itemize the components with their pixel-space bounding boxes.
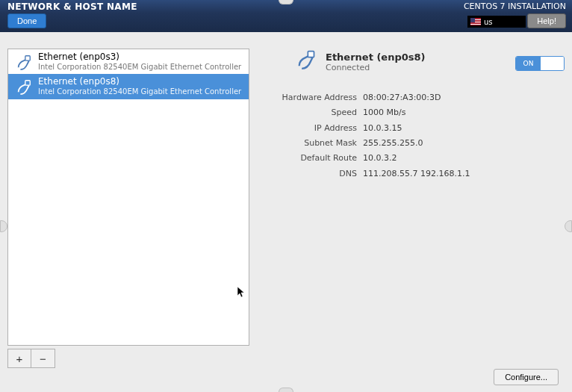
toggle-off-side <box>541 57 564 70</box>
keyboard-layout-label: us <box>484 18 493 26</box>
flag-icon <box>470 18 481 25</box>
interface-text: Ethernet (enp0s3) Intel Corporation 8254… <box>38 52 244 71</box>
add-interface-button[interactable]: + <box>7 349 31 368</box>
detail-label: Subnet Mask <box>254 136 363 151</box>
detail-row: DNS111.208.55.7 192.168.1.1 <box>254 167 559 181</box>
drag-handle-left <box>0 220 7 232</box>
selected-interface-title: Ethernet (enp0s8) <box>326 52 425 63</box>
interface-list-pane: Ethernet (enp0s3) Intel Corporation 8254… <box>7 49 249 388</box>
svg-rect-0 <box>25 55 30 60</box>
detail-value: 10.0.3.15 <box>363 121 559 136</box>
detail-label: IP Address <box>254 121 363 136</box>
remove-interface-button[interactable]: − <box>31 349 55 368</box>
keyboard-layout-indicator[interactable]: us <box>467 16 526 28</box>
detail-row: Default Route10.0.3.2 <box>254 151 559 166</box>
detail-value: 111.208.55.7 192.168.1.1 <box>363 167 559 181</box>
add-remove-bar: + − <box>7 349 249 368</box>
detail-value: 255.255.255.0 <box>363 136 559 151</box>
help-button[interactable]: Help! <box>527 13 566 28</box>
interface-toggle[interactable]: ON <box>515 56 565 71</box>
done-button[interactable]: Done <box>7 13 46 28</box>
configure-button[interactable]: Configure... <box>494 369 559 385</box>
selected-interface-status: Connected <box>326 63 425 72</box>
interface-item-enp0s3[interactable]: Ethernet (enp0s3) Intel Corporation 8254… <box>8 49 249 74</box>
detail-value: 08:00:27:A3:00:3D <box>363 90 559 105</box>
interface-device: Intel Corporation 82540EM Gigabit Ethern… <box>38 87 244 96</box>
interface-text: Ethernet (enp0s8) Intel Corporation 8254… <box>38 77 244 96</box>
interface-details: Hardware Address08:00:27:A3:00:3D Speed1… <box>254 90 566 181</box>
ethernet-icon <box>296 49 317 69</box>
interface-details-pane: Ethernet (enp0s8) Connected Hardware Add… <box>254 49 566 388</box>
drag-handle-top <box>279 0 293 4</box>
page-title: NETWORK & HOST NAME <box>7 1 137 12</box>
svg-rect-2 <box>308 52 314 57</box>
detail-label: Default Route <box>254 151 363 166</box>
body: Ethernet (enp0s3) Intel Corporation 8254… <box>0 32 572 392</box>
detail-label: Hardware Address <box>254 90 363 105</box>
detail-row: IP Address10.0.3.15 <box>254 121 559 136</box>
toggle-on-label: ON <box>516 57 541 70</box>
detail-label: Speed <box>254 105 363 120</box>
svg-rect-1 <box>25 81 30 85</box>
interface-name: Ethernet (enp0s3) <box>38 52 244 63</box>
detail-row: Speed1000 Mb/s <box>254 105 559 120</box>
ethernet-icon <box>16 54 32 70</box>
detail-value: 1000 Mb/s <box>363 105 559 120</box>
interface-list: Ethernet (enp0s3) Intel Corporation 8254… <box>7 49 249 346</box>
header-bar: NETWORK & HOST NAME CENTOS 7 INSTALLATIO… <box>0 0 572 32</box>
installer-title: CENTOS 7 INSTALLATION <box>464 1 566 11</box>
detail-row: Hardware Address08:00:27:A3:00:3D <box>254 90 559 105</box>
interface-name: Ethernet (enp0s8) <box>38 77 244 87</box>
detail-value: 10.0.3.2 <box>363 151 559 166</box>
interface-device: Intel Corporation 82540EM Gigabit Ethern… <box>38 63 244 72</box>
interface-item-enp0s8[interactable]: Ethernet (enp0s8) Intel Corporation 8254… <box>8 74 249 99</box>
detail-row: Subnet Mask255.255.255.0 <box>254 136 559 151</box>
detail-label: DNS <box>254 167 363 181</box>
ethernet-icon <box>16 78 32 95</box>
drag-handle-bottom <box>279 388 293 392</box>
